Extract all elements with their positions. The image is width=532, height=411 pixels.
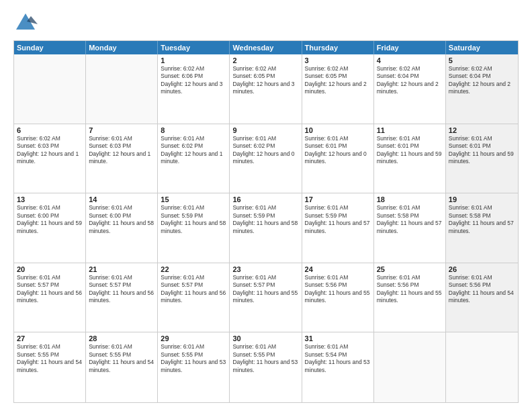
calendar-header: SundayMondayTuesdayWednesdayThursdayFrid… [14, 41, 518, 54]
day-number: 21 [89, 265, 154, 273]
day-of-week-wednesday: Wednesday [230, 41, 302, 54]
day-5: 5Sunrise: 6:02 AMSunset: 6:04 PMDaylight… [446, 54, 518, 124]
day-info: Sunrise: 6:01 AMSunset: 5:56 PMDaylight:… [305, 274, 371, 305]
day-15: 15Sunrise: 6:01 AMSunset: 5:59 PMDayligh… [158, 193, 230, 263]
day-of-week-thursday: Thursday [302, 41, 374, 54]
day-16: 16Sunrise: 6:01 AMSunset: 5:59 PMDayligh… [230, 193, 302, 263]
day-number: 24 [305, 265, 371, 273]
day-30: 30Sunrise: 6:01 AMSunset: 5:55 PMDayligh… [230, 332, 302, 402]
day-23: 23Sunrise: 6:01 AMSunset: 5:57 PMDayligh… [230, 263, 302, 332]
day-27: 27Sunrise: 6:01 AMSunset: 5:55 PMDayligh… [14, 332, 86, 402]
calendar: SundayMondayTuesdayWednesdayThursdayFrid… [13, 40, 519, 403]
day-4: 4Sunrise: 6:02 AMSunset: 6:04 PMDaylight… [374, 54, 446, 124]
day-info: Sunrise: 6:01 AMSunset: 6:01 PMDaylight:… [449, 135, 515, 166]
header [13, 11, 519, 35]
day-of-week-saturday: Saturday [446, 41, 518, 54]
day-10: 10Sunrise: 6:01 AMSunset: 6:01 PMDayligh… [302, 124, 374, 193]
day-number: 20 [17, 265, 83, 273]
day-info: Sunrise: 6:01 AMSunset: 5:58 PMDaylight:… [377, 204, 443, 235]
day-17: 17Sunrise: 6:01 AMSunset: 5:59 PMDayligh… [302, 193, 374, 263]
day-number: 2 [232, 56, 298, 64]
day-info: Sunrise: 6:01 AMSunset: 5:55 PMDaylight:… [89, 343, 154, 374]
day-info: Sunrise: 6:02 AMSunset: 6:05 PMDaylight:… [305, 65, 371, 96]
day-19: 19Sunrise: 6:01 AMSunset: 5:58 PMDayligh… [446, 193, 518, 263]
day-14: 14Sunrise: 6:01 AMSunset: 6:00 PMDayligh… [86, 193, 158, 263]
day-3: 3Sunrise: 6:02 AMSunset: 6:05 PMDaylight… [302, 54, 374, 124]
day-11: 11Sunrise: 6:01 AMSunset: 6:01 PMDayligh… [374, 124, 446, 193]
day-26: 26Sunrise: 6:01 AMSunset: 5:56 PMDayligh… [446, 263, 518, 332]
day-8: 8Sunrise: 6:01 AMSunset: 6:02 PMDaylight… [158, 124, 230, 193]
day-number: 13 [17, 195, 83, 203]
empty-cell [86, 54, 158, 124]
day-2: 2Sunrise: 6:02 AMSunset: 6:05 PMDaylight… [230, 54, 302, 124]
day-number: 10 [305, 126, 371, 134]
day-number: 26 [449, 265, 515, 273]
day-info: Sunrise: 6:01 AMSunset: 5:56 PMDaylight:… [377, 274, 443, 305]
calendar-body: 1Sunrise: 6:02 AMSunset: 6:06 PMDaylight… [14, 54, 518, 402]
day-number: 19 [449, 195, 515, 203]
day-info: Sunrise: 6:01 AMSunset: 6:01 PMDaylight:… [305, 135, 371, 166]
day-of-week-tuesday: Tuesday [158, 41, 230, 54]
logo [13, 11, 40, 35]
day-number: 29 [161, 334, 226, 342]
week-4: 20Sunrise: 6:01 AMSunset: 5:57 PMDayligh… [14, 263, 518, 333]
day-20: 20Sunrise: 6:01 AMSunset: 5:57 PMDayligh… [14, 263, 86, 332]
day-9: 9Sunrise: 6:01 AMSunset: 6:02 PMDaylight… [230, 124, 302, 193]
day-info: Sunrise: 6:02 AMSunset: 6:05 PMDaylight:… [232, 65, 298, 96]
day-info: Sunrise: 6:01 AMSunset: 5:54 PMDaylight:… [305, 343, 371, 374]
day-info: Sunrise: 6:01 AMSunset: 5:55 PMDaylight:… [232, 343, 298, 374]
day-info: Sunrise: 6:01 AMSunset: 5:57 PMDaylight:… [232, 274, 298, 305]
week-1: 1Sunrise: 6:02 AMSunset: 6:06 PMDaylight… [14, 54, 518, 124]
day-22: 22Sunrise: 6:01 AMSunset: 5:57 PMDayligh… [158, 263, 230, 332]
week-2: 6Sunrise: 6:02 AMSunset: 6:03 PMDaylight… [14, 124, 518, 194]
day-number: 17 [305, 195, 371, 203]
day-number: 8 [161, 126, 226, 134]
day-25: 25Sunrise: 6:01 AMSunset: 5:56 PMDayligh… [374, 263, 446, 332]
day-info: Sunrise: 6:01 AMSunset: 6:02 PMDaylight:… [161, 135, 226, 166]
day-24: 24Sunrise: 6:01 AMSunset: 5:56 PMDayligh… [302, 263, 374, 332]
day-info: Sunrise: 6:01 AMSunset: 6:00 PMDaylight:… [89, 204, 154, 235]
day-info: Sunrise: 6:01 AMSunset: 5:57 PMDaylight:… [89, 274, 154, 305]
day-number: 15 [161, 195, 226, 203]
day-number: 28 [89, 334, 154, 342]
page: SundayMondayTuesdayWednesdayThursdayFrid… [0, 0, 532, 411]
day-info: Sunrise: 6:01 AMSunset: 5:55 PMDaylight:… [161, 343, 226, 374]
day-number: 6 [17, 126, 83, 134]
day-12: 12Sunrise: 6:01 AMSunset: 6:01 PMDayligh… [446, 124, 518, 193]
day-13: 13Sunrise: 6:01 AMSunset: 6:00 PMDayligh… [14, 193, 86, 263]
day-info: Sunrise: 6:02 AMSunset: 6:06 PMDaylight:… [161, 65, 226, 96]
day-info: Sunrise: 6:01 AMSunset: 5:56 PMDaylight:… [449, 274, 515, 305]
day-number: 16 [232, 195, 298, 203]
day-info: Sunrise: 6:01 AMSunset: 5:59 PMDaylight:… [305, 204, 371, 235]
day-31: 31Sunrise: 6:01 AMSunset: 5:54 PMDayligh… [302, 332, 374, 402]
week-3: 13Sunrise: 6:01 AMSunset: 6:00 PMDayligh… [14, 193, 518, 263]
day-7: 7Sunrise: 6:01 AMSunset: 6:03 PMDaylight… [86, 124, 158, 193]
day-info: Sunrise: 6:01 AMSunset: 5:57 PMDaylight:… [161, 274, 226, 305]
day-number: 18 [377, 195, 443, 203]
day-number: 14 [89, 195, 154, 203]
week-5: 27Sunrise: 6:01 AMSunset: 5:55 PMDayligh… [14, 332, 518, 402]
day-info: Sunrise: 6:02 AMSunset: 6:03 PMDaylight:… [17, 135, 83, 166]
day-info: Sunrise: 6:01 AMSunset: 5:58 PMDaylight:… [449, 204, 515, 235]
day-info: Sunrise: 6:02 AMSunset: 6:04 PMDaylight:… [377, 65, 443, 96]
day-number: 22 [161, 265, 226, 273]
logo-icon [13, 11, 38, 35]
day-28: 28Sunrise: 6:01 AMSunset: 5:55 PMDayligh… [86, 332, 158, 402]
day-info: Sunrise: 6:01 AMSunset: 6:00 PMDaylight:… [17, 204, 83, 235]
day-number: 4 [377, 56, 443, 64]
day-number: 25 [377, 265, 443, 273]
day-info: Sunrise: 6:01 AMSunset: 5:59 PMDaylight:… [161, 204, 226, 235]
day-18: 18Sunrise: 6:01 AMSunset: 5:58 PMDayligh… [374, 193, 446, 263]
day-1: 1Sunrise: 6:02 AMSunset: 6:06 PMDaylight… [158, 54, 230, 124]
day-of-week-monday: Monday [86, 41, 158, 54]
day-info: Sunrise: 6:02 AMSunset: 6:04 PMDaylight:… [449, 65, 515, 96]
empty-cell [446, 332, 518, 402]
day-number: 31 [305, 334, 371, 342]
day-number: 7 [89, 126, 154, 134]
day-number: 1 [161, 56, 226, 64]
day-info: Sunrise: 6:01 AMSunset: 5:57 PMDaylight:… [17, 274, 83, 305]
day-number: 9 [232, 126, 298, 134]
day-number: 11 [377, 126, 443, 134]
day-number: 5 [449, 56, 515, 64]
day-of-week-friday: Friday [374, 41, 446, 54]
